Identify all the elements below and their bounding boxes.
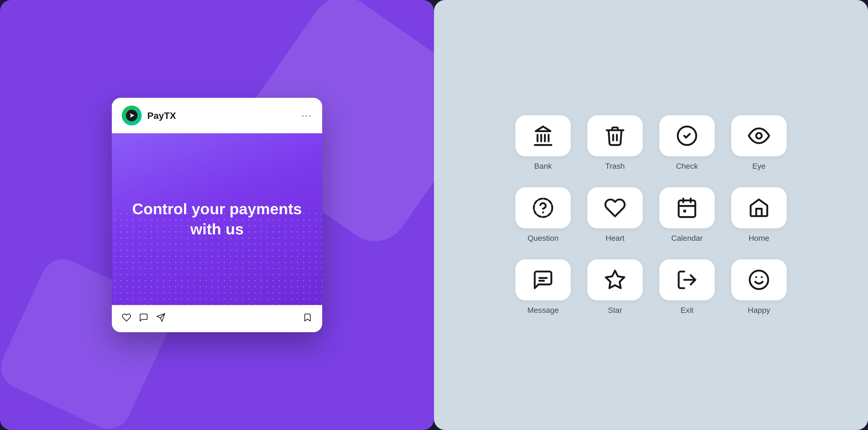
icon-item-exit: Exit	[659, 259, 715, 315]
avatar-arrow-icon: ➤	[129, 112, 134, 119]
happy-icon-box[interactable]	[731, 259, 786, 300]
heart-label: Heart	[606, 234, 624, 243]
svg-rect-16	[683, 210, 686, 212]
question-icon-box[interactable]	[516, 187, 571, 228]
card-menu-dots[interactable]: ···	[302, 110, 312, 121]
icon-item-calendar: Calendar	[659, 187, 715, 243]
bookmark-icon[interactable]	[303, 313, 312, 324]
instagram-card: ➤ PayTX ··· Control your payments with u…	[112, 98, 322, 332]
icon-item-happy: Happy	[731, 259, 786, 315]
message-label: Message	[527, 306, 559, 315]
heart-icon-box[interactable]	[587, 187, 643, 228]
card-footer	[112, 305, 322, 332]
post-text: Control your payments with us	[112, 199, 322, 239]
home-icon-box[interactable]	[731, 187, 786, 228]
icon-item-question: Question	[516, 187, 571, 243]
star-icon-box[interactable]	[587, 259, 643, 300]
svg-point-21	[750, 271, 768, 289]
star-label: Star	[608, 306, 622, 315]
bank-label: Bank	[534, 162, 552, 171]
check-label: Check	[676, 162, 698, 171]
eye-icon-box[interactable]	[731, 115, 786, 156]
trash-label: Trash	[605, 162, 625, 171]
card-header: ➤ PayTX ···	[112, 98, 322, 133]
exit-label: Exit	[681, 306, 693, 315]
icon-grid: Bank Trash Check Eye	[516, 115, 786, 315]
check-icon-box[interactable]	[659, 115, 715, 156]
card-username: PayTX	[147, 110, 302, 121]
icon-item-home: Home	[731, 187, 786, 243]
svg-rect-12	[679, 200, 695, 217]
bank-icon-box[interactable]	[516, 115, 571, 156]
trash-icon-box[interactable]	[587, 115, 643, 156]
calendar-label: Calendar	[671, 234, 703, 243]
happy-label: Happy	[748, 306, 770, 315]
comment-icon[interactable]	[139, 313, 148, 324]
icon-item-bank: Bank	[516, 115, 571, 171]
home-label: Home	[749, 234, 770, 243]
icon-item-eye: Eye	[731, 115, 786, 171]
message-icon-box[interactable]	[516, 259, 571, 300]
icon-item-trash: Trash	[587, 115, 643, 171]
like-icon[interactable]	[122, 313, 131, 324]
icon-item-star: Star	[587, 259, 643, 315]
icon-item-check: Check	[659, 115, 715, 171]
card-post-image: Control your payments with us	[112, 133, 322, 305]
right-panel: Bank Trash Check Eye	[434, 0, 868, 430]
left-panel: ➤ PayTX ··· Control your payments with u…	[0, 0, 434, 430]
calendar-icon-box[interactable]	[659, 187, 715, 228]
exit-icon-box[interactable]	[659, 259, 715, 300]
svg-marker-7	[535, 126, 550, 131]
question-label: Question	[528, 234, 559, 243]
icon-item-message: Message	[516, 259, 571, 315]
svg-point-9	[756, 133, 762, 139]
svg-marker-19	[606, 271, 624, 288]
send-icon[interactable]	[156, 313, 165, 324]
card-actions	[122, 313, 303, 324]
icon-item-heart: Heart	[587, 187, 643, 243]
avatar: ➤	[122, 106, 142, 125]
avatar-inner: ➤	[126, 110, 137, 121]
eye-label: Eye	[752, 162, 766, 171]
